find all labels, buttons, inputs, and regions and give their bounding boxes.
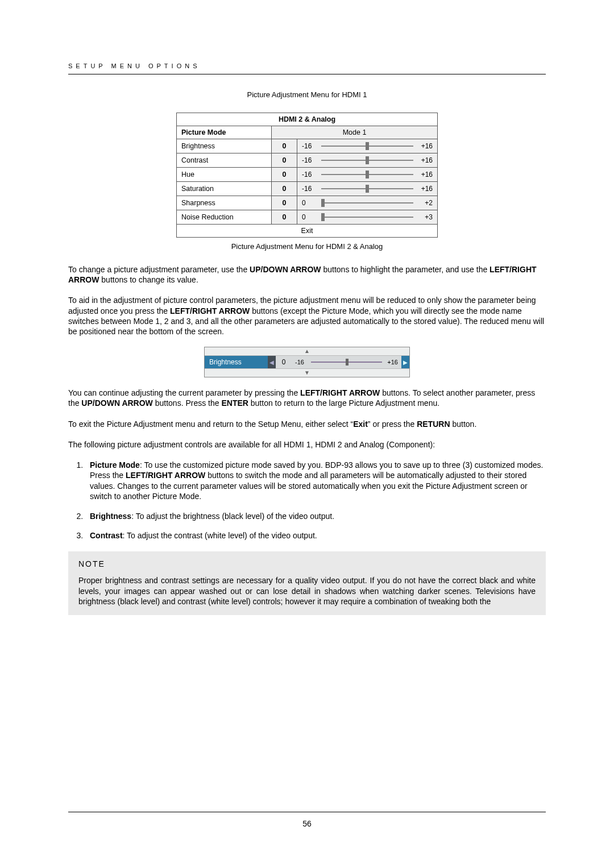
mini-min: -16 [295, 359, 310, 366]
param-label: Saturation [177, 182, 272, 196]
note-box: NOTE Proper brightness and contrast sett… [68, 551, 546, 616]
param-value: 0 [272, 210, 297, 225]
section-header: SETUP MENU OPTIONS [68, 63, 546, 74]
param-slider[interactable]: -16+16 [297, 153, 438, 168]
param-slider[interactable]: -16+16 [297, 182, 438, 196]
picture-adjustment-menu: HDMI 2 & Analog Picture Mode Mode 1 Brig… [176, 113, 438, 238]
param-max: +2 [417, 199, 433, 207]
param-value: 0 [272, 182, 297, 196]
mini-value: 0 [276, 356, 292, 368]
param-row[interactable]: Hue0-16+16 [177, 168, 438, 182]
list-item: Picture Mode: To use the customized pict… [85, 460, 546, 502]
paragraph-1: To change a picture adjustment parameter… [68, 264, 546, 285]
picture-mode-row[interactable]: Picture Mode Mode 1 [177, 126, 438, 139]
param-label: Brightness [177, 139, 272, 153]
param-max: +16 [417, 171, 433, 178]
page-footer: 56 [68, 812, 546, 828]
picture-mode-label: Picture Mode [177, 126, 272, 139]
param-min: 0 [302, 199, 318, 207]
slider-handle-icon[interactable] [366, 171, 369, 178]
mini-slider[interactable]: -16 +16 [292, 356, 401, 368]
param-value: 0 [272, 168, 297, 182]
exit-row[interactable]: Exit [177, 225, 438, 238]
mini-param-label: Brightness [205, 356, 268, 368]
param-slider[interactable]: 0+2 [297, 196, 438, 210]
param-min: -16 [302, 171, 318, 178]
param-value: 0 [272, 153, 297, 168]
slider-handle-icon[interactable] [346, 359, 349, 366]
param-row[interactable]: Noise Reduction00+3 [177, 210, 438, 225]
picture-mode-value: Mode 1 [272, 126, 438, 139]
slider-handle-icon[interactable] [366, 185, 369, 193]
param-slider[interactable]: 0+3 [297, 210, 438, 225]
up-arrow-icon[interactable]: ▲ [205, 347, 409, 356]
param-row[interactable]: Contrast0-16+16 [177, 153, 438, 168]
param-row[interactable]: Saturation0-16+16 [177, 182, 438, 196]
slider-handle-icon[interactable] [366, 142, 369, 150]
param-label: Contrast [177, 153, 272, 168]
menu-title: HDMI 2 & Analog [177, 113, 438, 126]
param-slider[interactable]: -16+16 [297, 168, 438, 182]
param-min: -16 [302, 142, 318, 150]
paragraph-2: To aid in the adjustment of picture cont… [68, 295, 546, 337]
slider-handle-icon[interactable] [321, 199, 325, 207]
down-arrow-icon[interactable]: ▼ [205, 368, 409, 377]
param-slider[interactable]: -16+16 [297, 139, 438, 153]
mini-max: +16 [383, 359, 398, 366]
caption-hdmi2: Picture Adjustment Menu for HDMI 2 & Ana… [68, 242, 546, 251]
paragraph-4: To exit the Picture Adjustment menu and … [68, 419, 546, 429]
param-max: +16 [417, 185, 433, 193]
paragraph-5: The following picture adjustment control… [68, 439, 546, 450]
note-body: Proper brightness and contrast settings … [78, 575, 536, 608]
page-number: 56 [302, 819, 312, 828]
reduced-menu: ▲ Brightness ◀ 0 -16 +16 ▶ ▼ [204, 347, 410, 377]
list-item: Brightness: To adjust the brightness (bl… [85, 511, 546, 521]
caption-hdmi1: Picture Adjustment Menu for HDMI 1 [68, 90, 546, 99]
param-max: +16 [417, 142, 433, 150]
param-value: 0 [272, 196, 297, 210]
exit-label[interactable]: Exit [177, 225, 438, 238]
param-min: -16 [302, 156, 318, 164]
param-min: -16 [302, 185, 318, 193]
left-arrow-icon[interactable]: ◀ [268, 356, 276, 368]
slider-handle-icon[interactable] [321, 213, 325, 221]
param-min: 0 [302, 213, 318, 221]
param-row[interactable]: Sharpness00+2 [177, 196, 438, 210]
slider-handle-icon[interactable] [366, 156, 369, 164]
param-label: Sharpness [177, 196, 272, 210]
note-title: NOTE [78, 559, 536, 568]
controls-list: Picture Mode: To use the customized pict… [85, 460, 546, 541]
param-label: Noise Reduction [177, 210, 272, 225]
param-max: +16 [417, 156, 433, 164]
param-value: 0 [272, 139, 297, 153]
list-item: Contrast: To adjust the contrast (white … [85, 530, 546, 541]
param-label: Hue [177, 168, 272, 182]
paragraph-3: You can continue adjusting the current p… [68, 388, 546, 408]
param-row[interactable]: Brightness0-16+16 [177, 139, 438, 153]
right-arrow-icon[interactable]: ▶ [401, 356, 409, 368]
param-max: +3 [417, 213, 433, 221]
